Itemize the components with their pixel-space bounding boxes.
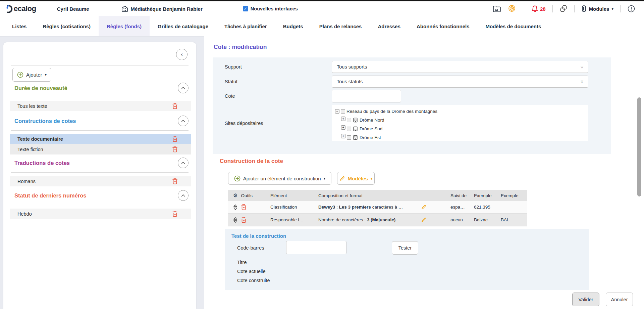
delete-icon[interactable]: [172, 211, 178, 217]
edit-pencil-icon[interactable]: [421, 217, 427, 223]
tree-child-label: Drôme Est: [360, 135, 381, 140]
delete-icon[interactable]: [241, 204, 247, 210]
modules-menu[interactable]: Modules ▾: [581, 5, 613, 12]
tree-root-label: Réseau du pays de la Drôme des montagnes: [346, 109, 437, 114]
header-divider: [620, 5, 621, 12]
column-header-element: Elément: [270, 193, 318, 198]
tree-expand-icon[interactable]: +: [341, 117, 345, 121]
statut-select[interactable]: Tous statuts ▽: [332, 76, 588, 88]
new-interfaces-label: Nouvelles interfaces: [251, 6, 298, 11]
tree-child-row[interactable]: + Drôme Nord: [335, 116, 585, 124]
section-collapse-button[interactable]: [178, 83, 189, 93]
cancel-button-label: Annuler: [611, 297, 628, 302]
list-item-tous-les-texte[interactable]: Tous les texte: [10, 101, 191, 111]
validate-button-label: Valider: [578, 297, 593, 302]
cote-form: Support Tous supports ▽ Statut Tous stat…: [213, 57, 611, 154]
new-interfaces-checkbox[interactable]: ✓: [243, 6, 248, 11]
composition-cell: Nombre de caractères : 3 (Majuscule): [318, 217, 421, 222]
decalog-logo: ecalog: [5, 4, 36, 13]
cote-input[interactable]: [332, 90, 401, 102]
chevron-down-icon: ▾: [324, 177, 326, 180]
column-header-composition: Composition et format: [318, 193, 421, 198]
tab-taches-planifier[interactable]: Tâches à planifier: [216, 16, 275, 36]
section-collapse-button[interactable]: [178, 116, 189, 126]
add-construction-element-button[interactable]: Ajouter un élément de construction ▾: [228, 172, 331, 185]
vertical-scrollbar[interactable]: [637, 97, 641, 196]
construction-section-title: Construction de la cote: [220, 158, 283, 165]
tree-checkbox[interactable]: [347, 118, 351, 122]
reorder-icon[interactable]: [233, 204, 237, 210]
models-button[interactable]: Modèles ▾: [337, 172, 375, 185]
divider: [11, 65, 189, 65]
folder-cloud-icon[interactable]: [493, 5, 501, 13]
list-item-texte-fiction[interactable]: Texte fiction: [10, 144, 191, 154]
tab-abonnes-fonctionnels[interactable]: Abonnés fonctionnels: [409, 16, 478, 36]
tab-budgets[interactable]: Budgets: [275, 16, 311, 36]
tree-checkbox[interactable]: [347, 135, 351, 140]
edit-pencil-icon[interactable]: [421, 204, 427, 210]
tab-adresses[interactable]: Adresses: [370, 16, 409, 36]
section-collapse-button[interactable]: [178, 158, 189, 168]
support-select[interactable]: Tous supports ▽: [332, 61, 588, 73]
section-constructions-cotes: Constructions de cotes: [14, 116, 189, 126]
list-item-romans[interactable]: Romans: [10, 176, 191, 186]
support-label: Support: [225, 64, 242, 70]
tab-plans-relances[interactable]: Plans de relances: [311, 16, 370, 36]
beacon-icon[interactable]: [508, 5, 516, 13]
sidebar-collapse-button[interactable]: ‹: [176, 49, 187, 60]
reorder-icon[interactable]: [233, 217, 237, 223]
delete-icon[interactable]: [172, 178, 178, 184]
tree-child-row[interactable]: + Drôme Est: [335, 133, 585, 142]
tree-child-row[interactable]: + Drôme Sud: [335, 124, 585, 133]
tree-expand-icon[interactable]: +: [341, 125, 345, 130]
tab-modeles-documents[interactable]: Modèles de documents: [478, 16, 549, 36]
delete-icon[interactable]: [241, 217, 247, 223]
cancel-button[interactable]: Annuler: [606, 293, 633, 306]
chevron-left-icon: ‹: [181, 51, 183, 58]
add-button-label: Ajouter: [26, 72, 42, 78]
column-header-suivi: Suivi de: [450, 193, 474, 198]
rules-sidebar: ‹ Ajouter ▾ Durée de nouveauté Tous les …: [3, 42, 196, 309]
logo-text: ecalog: [14, 4, 36, 13]
tab-regles-cotisations[interactable]: Règles (cotisations): [35, 16, 99, 36]
link-icon[interactable]: [559, 5, 568, 13]
tree-expand-icon[interactable]: +: [341, 134, 345, 138]
delete-icon[interactable]: [172, 103, 178, 109]
tester-button[interactable]: Tester: [392, 241, 418, 255]
gear-icon: ⚙: [233, 192, 237, 198]
tab-regles-fonds[interactable]: Règles (fonds): [99, 16, 150, 36]
delete-icon[interactable]: [172, 136, 178, 142]
chevron-up-icon: [181, 194, 185, 197]
tab-listes[interactable]: Listes: [4, 16, 35, 36]
add-button[interactable]: Ajouter ▾: [12, 68, 51, 82]
list-item-hebdo[interactable]: Hebdo: [10, 209, 191, 219]
delete-icon[interactable]: [172, 146, 178, 152]
info-icon[interactable]: [627, 5, 635, 13]
barcode-input[interactable]: [286, 241, 346, 254]
validate-button[interactable]: Valider: [572, 293, 599, 306]
site-building-icon: [353, 126, 358, 132]
models-button-label: Modèles: [348, 176, 368, 181]
suivi-cell: espa…: [450, 205, 474, 210]
column-header-exemple2: Exemple: [501, 193, 527, 198]
tree-root-row[interactable]: − Réseau du pays de la Drôme des montagn…: [335, 107, 585, 116]
notifications[interactable]: 28: [531, 5, 546, 13]
tree-collapse-icon[interactable]: −: [335, 109, 339, 114]
list-item-texte-documentaire[interactable]: Texte documentaire: [10, 134, 191, 144]
sites-tree: − Réseau du pays de la Drôme des montagn…: [332, 105, 588, 141]
section-collapse-button[interactable]: [178, 190, 189, 201]
construction-test-panel: Test de la construction Code-barres Test…: [225, 229, 589, 290]
tree-checkbox[interactable]: [341, 109, 345, 114]
header-divider: [574, 5, 575, 12]
statut-value: Tous statuts: [337, 79, 363, 84]
current-library[interactable]: Médiathèque Benjamin Rabier: [121, 5, 203, 12]
section-statut-derniers-numeros: Statut de derniers numéros: [14, 190, 189, 201]
chevron-down-icon: ▾: [371, 177, 373, 180]
pencil-icon: [339, 176, 345, 181]
tab-grilles-catalogage[interactable]: Grilles de catalogage: [150, 16, 216, 36]
logo-mark-icon: [5, 4, 13, 13]
new-interfaces-toggle[interactable]: ✓ Nouvelles interfaces: [243, 6, 298, 11]
main-nav: Listes Règles (cotisations) Règles (fond…: [0, 16, 644, 36]
tree-child-label: Drôme Sud: [360, 126, 382, 131]
tree-checkbox[interactable]: [347, 127, 351, 131]
